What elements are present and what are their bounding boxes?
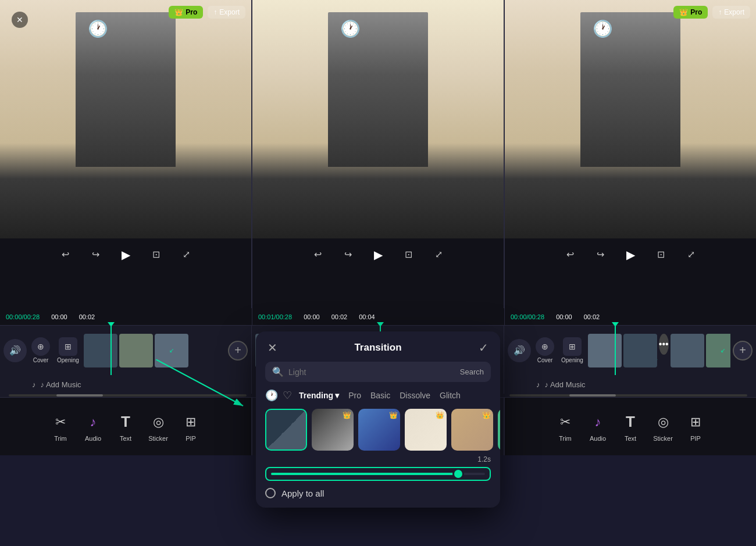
marker-center-3: 00:04	[359, 313, 375, 320]
scrollbar-thumb-right[interactable]	[569, 394, 616, 397]
sticker-icon-left: ◎	[148, 412, 169, 433]
transition-thumb-4[interactable]: 👑	[405, 409, 447, 451]
slider-thumb[interactable]	[452, 468, 464, 480]
redo-btn-left[interactable]: ↪	[86, 245, 105, 264]
search-input[interactable]	[288, 367, 455, 377]
filter-trending-button[interactable]: Trending ▾	[297, 390, 341, 401]
cover-btn-right[interactable]: ⊕ Cover	[533, 335, 557, 366]
play-btn-right[interactable]: ▶	[621, 245, 640, 264]
track-right: 🔊 ⊕ Cover ⊞ Opening ••• ↙	[504, 326, 756, 375]
thumb-right-1	[588, 334, 622, 367]
fullscreen-btn-center[interactable]: ⤢	[429, 245, 448, 264]
video-controls-right: ↩ ↪ ▶ ⊡ ⤢	[505, 238, 756, 270]
play-btn-center[interactable]: ▶	[369, 245, 387, 264]
transition-thumb-1[interactable]	[265, 409, 307, 451]
modal-close-button[interactable]: ✕	[268, 341, 277, 355]
fullscreen-btn-right[interactable]: ⤢	[682, 245, 700, 264]
transition-thumb-2[interactable]: 👑	[312, 409, 354, 451]
current-time-right: 00:00/00:28	[511, 313, 544, 320]
video-preview-center	[252, 0, 504, 238]
crop-btn-right[interactable]: ⊡	[651, 245, 670, 264]
filter-basic-button[interactable]: Basic	[368, 390, 393, 401]
scissors-icon-left: ✂	[50, 412, 71, 433]
add-clip-left[interactable]: +	[228, 341, 248, 361]
export-button-left[interactable]: ↑ Export	[208, 6, 245, 19]
modal-confirm-button[interactable]: ✓	[479, 341, 488, 355]
audio-toggle-left[interactable]: 🔊	[3, 339, 27, 362]
transition-thumb-6[interactable]	[498, 409, 500, 451]
scrollbar-left[interactable]	[9, 394, 247, 397]
transition-modal: ✕ Transition ✓ 🔍 Search 🕐 ♡ Trending ▾ P…	[256, 331, 500, 508]
music-note-icon-right: ♪	[536, 380, 540, 389]
slider-track[interactable]	[271, 473, 485, 475]
undo-btn-center[interactable]: ↩	[308, 245, 327, 264]
thumb-left-2	[119, 334, 153, 367]
opening-btn-right[interactable]: ⊞ Opening	[559, 335, 586, 366]
export-icon-left: ↑	[213, 8, 217, 16]
cover-icon-left: ⊕	[31, 337, 50, 356]
cursor-arrow-center	[377, 322, 384, 327]
redo-btn-right[interactable]: ↪	[591, 245, 609, 264]
marker-left-1: 00:00	[51, 313, 67, 320]
fullscreen-btn-left[interactable]: ⤢	[177, 245, 195, 264]
trim-btn-left[interactable]: ✂ Trim	[44, 407, 77, 447]
filter-pro-button[interactable]: Pro	[346, 390, 363, 401]
pip-icon-right: ⊞	[685, 412, 706, 433]
modal-header: ✕ Transition ✓	[256, 331, 500, 362]
crop-btn-left[interactable]: ⊡	[147, 245, 165, 264]
pip-btn-right[interactable]: ⊞ PIP	[679, 407, 712, 447]
video-topbar-left: ✕ 👑 Pro ↑ Export	[6, 6, 245, 19]
opening-btn-left[interactable]: ⊞ Opening	[55, 335, 81, 366]
crown-badge-2: 👑	[343, 411, 351, 419]
video-panel-left: ✕ 👑 Pro ↑ Export ↩ ↪ ▶ ⊡ ⤢	[0, 0, 252, 308]
track-thumbnails-right: ••• ↙	[588, 334, 730, 367]
sticker-btn-right[interactable]: ◎ Sticker	[647, 407, 679, 447]
video-panel-center: ↩ ↪ ▶ ⊡ ⤢	[252, 0, 504, 308]
filter-favorites-button[interactable]: ♡	[283, 389, 292, 402]
transition-thumb-5[interactable]: 👑	[451, 409, 493, 451]
clock-icon: 🕐	[265, 390, 278, 401]
scrollbar-right[interactable]	[509, 394, 747, 397]
redo-btn-center[interactable]: ↪	[338, 245, 357, 264]
undo-btn-left[interactable]: ↩	[56, 245, 74, 264]
thumb-right-2	[623, 334, 657, 367]
crop-btn-center[interactable]: ⊡	[399, 245, 418, 264]
export-button-right[interactable]: ↑ Export	[712, 6, 750, 19]
pro-badge-left: 👑 Pro	[169, 6, 203, 19]
filter-dissolve-button[interactable]: Dissolve	[397, 390, 433, 401]
search-button[interactable]: Search	[460, 367, 484, 376]
transition-thumb-3[interactable]: 👑	[358, 409, 400, 451]
apply-all-radio[interactable]	[265, 488, 276, 498]
sticker-btn-left[interactable]: ◎ Sticker	[142, 407, 174, 447]
more-options-right[interactable]: •••	[659, 334, 669, 355]
thumb-right-trans[interactable]: ↙	[706, 334, 730, 367]
text-icon-right: T	[620, 412, 641, 433]
filter-glitch-button[interactable]: Glitch	[437, 390, 463, 401]
toolbar-left: ✂ Trim ♪ Audio T Text ◎ Sticker ⊞ PIP	[0, 398, 252, 455]
scrollbar-thumb-left[interactable]	[56, 394, 103, 397]
crown-badge-4: 👑	[436, 411, 444, 419]
text-btn-right[interactable]: T Text	[614, 407, 647, 447]
video-topbar-right: 👑 Pro ↑ Export	[511, 6, 750, 19]
undo-btn-right[interactable]: ↩	[561, 245, 579, 264]
track-left: 🔊 ⊕ Cover ⊞ Opening ↙ +	[0, 326, 252, 375]
apply-all-label[interactable]: Apply to all	[281, 488, 324, 498]
thumb-left-trans[interactable]: ↙	[155, 334, 188, 367]
audio-btn-right[interactable]: ♪ Audio	[582, 407, 614, 447]
filter-recent-button[interactable]: 🕐	[265, 389, 278, 402]
audio-icon-right: ♪	[587, 412, 608, 433]
trim-btn-right[interactable]: ✂ Trim	[549, 407, 582, 447]
pip-btn-left[interactable]: ⊞ PIP	[174, 407, 207, 447]
marker-center-2: 00:02	[331, 313, 348, 320]
pro-badge-right: 👑 Pro	[673, 6, 708, 19]
text-btn-left[interactable]: T Text	[109, 407, 142, 447]
add-clip-right[interactable]: +	[733, 341, 753, 361]
video-controls-center: ↩ ↪ ▶ ⊡ ⤢	[252, 238, 504, 270]
cover-btn-left[interactable]: ⊕ Cover	[29, 335, 52, 366]
play-btn-left[interactable]: ▶	[116, 245, 135, 264]
audio-btn-left[interactable]: ♪ Audio	[77, 407, 109, 447]
audio-toggle-right[interactable]: 🔊	[508, 339, 531, 362]
filter-row: 🕐 ♡ Trending ▾ Pro Basic Dissolve Glitch	[256, 389, 500, 409]
close-button-left[interactable]: ✕	[12, 12, 28, 28]
cursor-arrow-left	[108, 322, 115, 327]
